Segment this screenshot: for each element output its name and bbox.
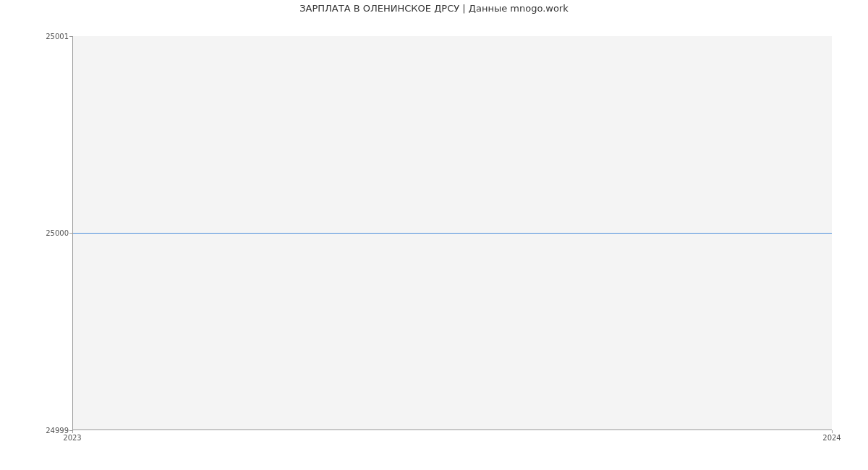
data-line [73,233,832,234]
y-tick-label: 24999 [33,427,69,435]
plot-area [72,36,832,430]
x-tick-mark [72,430,73,433]
x-tick-label: 2024 [822,434,841,442]
chart-title: ЗАРПЛАТА В ОЛЕНИНСКОЕ ДРСУ | Данные mnog… [0,3,868,14]
y-tick-label: 25001 [33,33,69,40]
salary-chart: ЗАРПЛАТА В ОЛЕНИНСКОЕ ДРСУ | Данные mnog… [0,0,868,470]
x-tick-label: 2023 [63,434,81,442]
y-tick-label: 25000 [33,229,69,237]
x-tick-mark [832,430,833,433]
